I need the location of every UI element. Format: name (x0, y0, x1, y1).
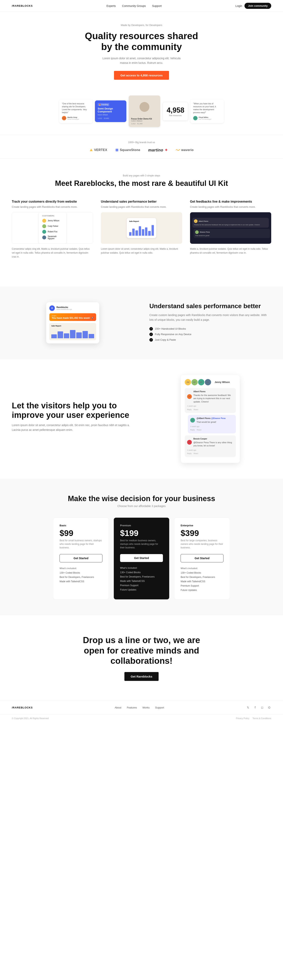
hero-subtitle: Made by Developers, for Developers (4, 24, 279, 27)
plan-premium-name: Premium (120, 524, 163, 527)
meet-section: Build any pages with 3 simple steps Meet… (0, 159, 283, 286)
pricing-grid: Basic $99 Best for small business owners… (53, 517, 230, 600)
nav-experts[interactable]: Experts (106, 4, 116, 8)
card-center-name: Focus Order Demo Kit (131, 118, 158, 120)
svg-marker-0 (90, 149, 93, 151)
instagram-icon[interactable]: ◻ (260, 705, 264, 710)
brand-logos: VERTEX SquareStone martino ✦ waverio (12, 148, 271, 153)
waverio-icon (176, 148, 180, 152)
join-button[interactable]: Join community (245, 3, 271, 9)
quote-2-role: Vue JS Developer (199, 118, 211, 120)
nav-support[interactable]: Support (152, 4, 162, 8)
footer-logo: /RAREBLOCKS (12, 706, 33, 709)
msg-3-name: Bessie Cooper (193, 438, 234, 440)
feature-3: Get feedbacks live & make improvements C… (190, 200, 271, 259)
card-center: Focus Order Demo Kit Calvin Watson 1,012… (129, 95, 160, 127)
hero-cta-button[interactable]: Get access to 4,958 resources (114, 71, 169, 80)
feature-1-desc: Create landing pages with Rareblocks tha… (12, 205, 93, 209)
stats-label: free resources (167, 115, 184, 116)
card-blue-author: Kevin Wilson (98, 114, 123, 116)
plan-basic-name: Basic (60, 524, 103, 527)
features-grid: Track your customers directly from websi… (12, 200, 271, 259)
plan-enterprise-cta[interactable]: Get Started (180, 554, 223, 562)
footer-works[interactable]: Works (142, 706, 150, 709)
cta-button[interactable]: Get Rareblocks (124, 672, 159, 681)
vertex-icon (89, 148, 93, 152)
visitors-title: Let the visitors help you to improve you… (12, 401, 134, 420)
brands-section: 1000+ Big brands trust us VERTEX SquareS… (0, 135, 283, 159)
plan-premium-cta[interactable]: Get Started (120, 554, 163, 562)
nav-community[interactable]: Community Groups (122, 4, 146, 8)
feature-1: Track your customers directly from websi… (12, 200, 93, 259)
msg-1-name: Albert Flores (193, 390, 234, 393)
footer-features[interactable]: Features (127, 706, 137, 709)
feedback-msg-3: BC Bessie Cooper @Eleanor Pena There is … (185, 435, 236, 457)
facebook-icon[interactable]: f (253, 705, 257, 710)
feature-2-title: Understand sales performance better (101, 200, 182, 204)
meet-title: Meet Rareblocks, the most rare & beautif… (12, 179, 271, 188)
react-3[interactable]: React (194, 452, 198, 455)
plan-basic-desc: Best for small business owners, startups… (60, 539, 103, 549)
footer-links: About Features Works Support (115, 706, 164, 709)
plan-basic-features: What's included: 130+ Coded Blocks Best … (60, 567, 103, 583)
brand-squarestone: SquareStone (115, 148, 140, 152)
twitter-icon[interactable]: 𝕏 (246, 705, 250, 710)
quote-2-name: Floyd Miles (199, 116, 211, 118)
nav-actions: Login Join community (236, 3, 271, 9)
reply-1[interactable]: Reply (187, 408, 191, 411)
footer-copyright: © Copyright 2021. All Rights Reserved (12, 717, 49, 719)
visitors-desc: Lorem ipsum dolor sit amet, consectetur … (12, 423, 134, 433)
reply-3[interactable]: Reply (187, 452, 191, 455)
quote-card-1: "One of the best resource sharing site f… (59, 99, 93, 123)
card-center-downloads: 51,440 (137, 123, 143, 125)
quote-1-text: "One of the best resource sharing site f… (62, 102, 90, 114)
feature-3-body: Mattis a, tincidunt pulvinar sodales. Qu… (190, 247, 271, 255)
feature-3-preview: AF Albert Flores Thanks for the awesome … (190, 212, 271, 244)
cards-preview: "One of the best resource sharing site f… (0, 88, 283, 135)
quote-2-text: "When you have lots of resources on your… (193, 102, 221, 114)
pricing-title: Make the wise decision for your business (12, 495, 271, 503)
feature-2: Understand sales performance better Crea… (101, 200, 182, 259)
avatar-floyd: FM (193, 116, 198, 120)
plan-premium: Premium $199 Best for medium business ow… (114, 517, 169, 600)
quote-1-role: React Developer (67, 118, 79, 120)
card-blue-title: Semi Design Component (98, 107, 123, 113)
quote-card-2: "When you have lots of resources on your… (190, 99, 224, 123)
brands-trust-text: 1000+ Big brands trust us (12, 141, 271, 144)
login-button[interactable]: Login (236, 4, 242, 8)
footer-social: 𝕏 f ◻ ⌬ (246, 705, 271, 710)
github-icon[interactable]: ⌬ (267, 705, 271, 710)
footer-about[interactable]: About (115, 706, 121, 709)
device-name: Rareblocks (56, 306, 72, 309)
react-1[interactable]: React (194, 408, 198, 411)
card-center-author: Calvin Watson (131, 120, 158, 122)
reply-2[interactable]: Reply (190, 429, 195, 431)
cta-section: Drop us a line or two, we are open for c… (0, 615, 283, 701)
footer-support[interactable]: Support (155, 706, 164, 709)
feedback-header: JW AF EP BC Jenny Wilson (185, 379, 236, 385)
pricing-section: Make the wise decision for your business… (0, 479, 283, 615)
understand-section: R Rareblocks www.rareblocks.xyz Insight … (0, 286, 283, 360)
checklist-item-2: ✓ Fully Responsive on Any Device (149, 332, 271, 336)
checklist-item-1: ✓ 150+ Handcoded UI Blocks (149, 327, 271, 331)
brand-vertex: VERTEX (89, 148, 107, 152)
understand-desc: Create custom landing pages with Rareblo… (149, 313, 271, 322)
plan-basic-cta[interactable]: Get Started (60, 554, 103, 562)
pricing-subtitle: Choose from our affordable 3 packages (12, 504, 271, 508)
plan-basic: Basic $99 Best for small business owners… (53, 517, 109, 600)
plan-enterprise: Enterprise $399 Best for large companies… (174, 517, 230, 600)
card-blue-tag: 🔥 Trending (98, 103, 109, 106)
privacy-policy[interactable]: Privacy Policy (236, 717, 249, 719)
card-blue-likes: 1,012 (98, 117, 102, 119)
device-logo: R (49, 305, 55, 311)
terms-conditions[interactable]: Terms & Conditions (253, 717, 271, 719)
plan-enterprise-name: Enterprise (180, 524, 223, 527)
footer: /RAREBLOCKS About Features Works Support… (0, 701, 283, 722)
understand-checklist: ✓ 150+ Handcoded UI Blocks ✓ Fully Respo… (149, 327, 271, 342)
hero-section: Made by Developers, for Developers Quali… (0, 12, 283, 88)
quote-1-name: Martin Gray (67, 116, 79, 118)
footer-legal: Privacy Policy Terms & Conditions (236, 717, 271, 719)
feature-3-title: Get feedbacks live & make improvements (190, 200, 271, 204)
notif-label: Insight (52, 315, 94, 317)
react-2[interactable]: React (197, 429, 201, 431)
